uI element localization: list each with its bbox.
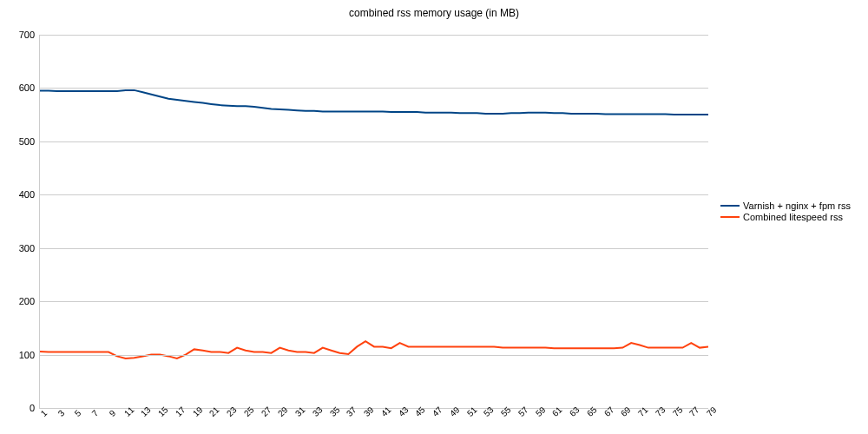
series-line [40, 90, 708, 115]
y-tick-label: 700 [19, 30, 40, 40]
chart-frame: combined rss memory usage (in MB) 010020… [0, 0, 868, 434]
gridline [40, 35, 708, 36]
x-tick-label: 7 [90, 408, 101, 418]
gridline [40, 88, 708, 89]
gridline [40, 141, 708, 142]
x-tick-label: 5 [73, 408, 83, 418]
y-tick-label: 600 [19, 82, 40, 93]
y-tick-label: 100 [19, 350, 40, 360]
gridline [40, 248, 708, 249]
legend-label: Varnish + nginx + fpm rss [743, 201, 851, 211]
gridline [40, 194, 708, 195]
x-tick-label: 3 [56, 408, 66, 418]
y-tick-label: 300 [19, 243, 40, 253]
legend: Varnish + nginx + fpm rssCombined litesp… [720, 200, 851, 223]
legend-swatch [720, 205, 740, 207]
chart-title: combined rss memory usage (in MB) [0, 7, 868, 19]
legend-label: Combined litespeed rss [743, 212, 843, 222]
y-tick-label: 500 [19, 136, 40, 147]
legend-item: Varnish + nginx + fpm rss [720, 201, 851, 211]
legend-swatch [720, 216, 740, 218]
legend-item: Combined litespeed rss [720, 212, 851, 222]
gridline [40, 355, 708, 356]
series-lines [40, 35, 708, 408]
x-tick-label: 1 [39, 408, 49, 418]
gridline [40, 301, 708, 302]
plot-area: 0100200300400500600700135791113151719212… [39, 35, 708, 409]
x-tick-label: 9 [108, 408, 118, 418]
y-tick-label: 400 [19, 189, 40, 200]
y-tick-label: 200 [19, 296, 40, 306]
series-line [40, 341, 708, 358]
